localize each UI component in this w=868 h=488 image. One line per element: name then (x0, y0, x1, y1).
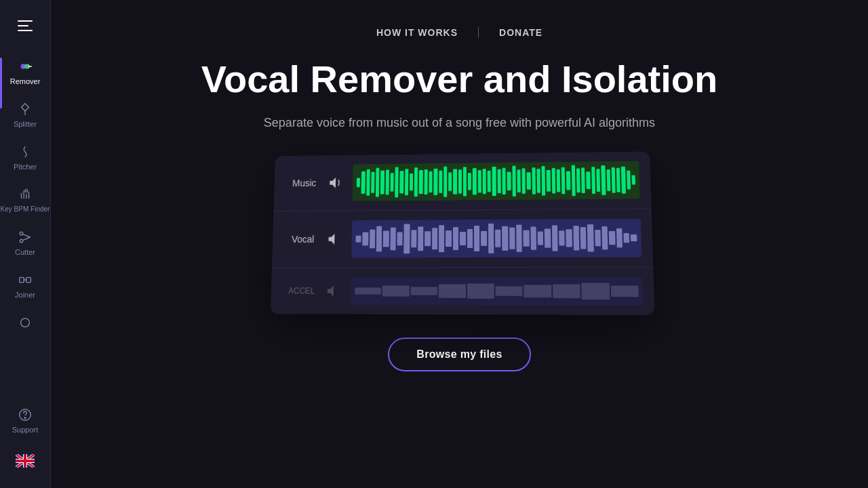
main-content: HOW IT WORKS DONATE Vocal Remover and Is… (51, 0, 868, 488)
vocal-bars (352, 218, 642, 258)
svg-rect-8 (20, 277, 24, 282)
hero-title: Vocal Remover and Isolation (201, 58, 717, 100)
waveform-row-vocal: Vocal (272, 209, 654, 268)
top-nav: HOW IT WORKS DONATE (376, 0, 542, 58)
svg-point-10 (21, 319, 30, 327)
accel-speaker-icon (321, 279, 346, 303)
svg-point-1 (24, 64, 29, 68)
active-indicator (0, 58, 2, 108)
key-bpm-icon (18, 187, 33, 202)
svg-rect-9 (26, 277, 31, 282)
hero-subtitle: Separate voice from music out of a song … (264, 114, 655, 132)
nav-how-it-works[interactable]: HOW IT WORKS (376, 27, 458, 38)
waveform-track-music (353, 161, 640, 201)
sidebar-item-key-bpm[interactable]: Key BPM Finder (0, 179, 51, 222)
accel-bars (351, 277, 644, 305)
browse-files-button[interactable]: Browse my files (388, 338, 530, 371)
sidebar-item-cutter[interactable]: Cutter (0, 222, 51, 264)
sidebar-item-pitcher[interactable]: Pitcher (0, 136, 51, 179)
svg-line-6 (22, 234, 30, 237)
joiner-icon (18, 272, 33, 287)
sidebar-item-label: Pitcher (14, 163, 37, 171)
hero-section: Vocal Remover and Isolation Separate voi… (147, 58, 772, 371)
nav-divider (478, 27, 479, 38)
svg-line-7 (22, 237, 30, 241)
pitcher-icon (18, 144, 33, 159)
hamburger-icon (18, 20, 33, 31)
nav-donate[interactable]: DONATE (499, 27, 542, 38)
sidebar-item-label: Joiner (15, 291, 35, 299)
language-button[interactable] (0, 444, 51, 478)
extra-icon (18, 315, 33, 330)
svg-point-12 (24, 418, 26, 419)
waveform-row-accel: ACCEL (271, 267, 655, 314)
sidebar-bottom: Support (0, 401, 51, 488)
music-speaker-icon (324, 171, 349, 195)
waveform-label-accel: ACCEL (282, 286, 322, 296)
sidebar-item-extra[interactable] (0, 307, 51, 338)
sidebar-item-label: Key BPM Finder (1, 205, 50, 214)
remover-icon (18, 59, 33, 74)
waveform-track-accel (351, 277, 644, 305)
vocal-speaker-icon (323, 227, 347, 251)
support-icon (18, 407, 33, 422)
support-button[interactable]: Support (0, 401, 51, 441)
splitter-icon (18, 102, 33, 117)
sidebar-item-label: Remover (10, 77, 41, 85)
sidebar-item-splitter[interactable]: Splitter (0, 94, 51, 136)
svg-point-4 (20, 232, 23, 235)
sidebar-item-remover[interactable]: Remover (0, 51, 51, 94)
waveform-track-vocal (352, 218, 642, 258)
sidebar-item-label: Cutter (15, 248, 35, 256)
waveform-label-music: Music (285, 178, 324, 188)
hamburger-button[interactable] (0, 0, 51, 51)
music-bars (353, 161, 640, 201)
waveform-visualization: Music (271, 151, 655, 315)
uk-flag-icon (16, 454, 35, 468)
support-label: Support (12, 426, 39, 434)
waveform-label-vocal: Vocal (283, 234, 323, 245)
sidebar-item-joiner[interactable]: Joiner (0, 264, 51, 307)
cutter-icon (18, 230, 33, 245)
waveform-row-music: Music (274, 151, 652, 211)
svg-point-3 (25, 190, 28, 192)
sidebar-item-label: Splitter (14, 120, 37, 128)
sidebar: Remover Splitter Pitcher Key BPM Finder (0, 0, 51, 488)
svg-point-5 (20, 239, 23, 243)
